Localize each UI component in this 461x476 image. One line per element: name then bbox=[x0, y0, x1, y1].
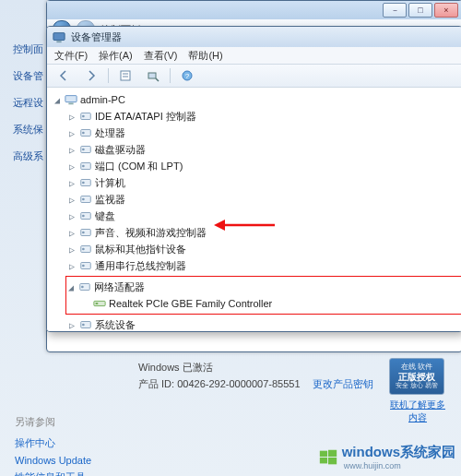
tree-leaf[interactable]: Realtek PCIe GBE Family Controller bbox=[81, 295, 461, 312]
menu-file[interactable]: 文件(F) bbox=[54, 49, 88, 63]
device-manager-window: 设备管理器 文件(F) 操作(A) 查看(V) 帮助(H) ? ◢ admin-… bbox=[46, 26, 461, 332]
tree-node[interactable]: ◢网络适配器 bbox=[66, 279, 461, 295]
svg-rect-43 bbox=[328, 458, 337, 464]
tree-leaf-label: Realtek PCIe GBE Family Controller bbox=[109, 298, 272, 309]
device-category-icon bbox=[79, 209, 92, 222]
window-controls: － □ × bbox=[47, 1, 461, 19]
svg-rect-40 bbox=[319, 450, 326, 456]
activation-info: Windows 已激活 产品 ID: 00426-292-0000007-855… bbox=[138, 360, 373, 392]
svg-point-27 bbox=[82, 248, 85, 251]
svg-rect-1 bbox=[56, 41, 61, 42]
tree-node-label: 鼠标和其他指针设备 bbox=[95, 243, 186, 256]
device-category-icon bbox=[79, 143, 92, 156]
svg-point-17 bbox=[82, 165, 85, 168]
scan-hardware-icon[interactable] bbox=[142, 66, 164, 85]
watermark: windows系统家园 www.huijin.com bbox=[318, 444, 455, 470]
tree-node[interactable]: ▷监视器 bbox=[67, 191, 461, 208]
forward-arrow-icon[interactable] bbox=[80, 66, 102, 85]
collapse-icon[interactable]: ◢ bbox=[53, 95, 62, 105]
svg-rect-41 bbox=[328, 449, 337, 456]
expand-icon[interactable]: ▷ bbox=[67, 320, 77, 330]
menu-help[interactable]: 帮助(H) bbox=[188, 49, 222, 63]
expand-icon[interactable]: ▷ bbox=[67, 244, 77, 255]
device-category-icon bbox=[78, 280, 91, 293]
svg-point-31 bbox=[81, 286, 84, 289]
link-action-center[interactable]: 操作中心 bbox=[15, 436, 91, 450]
title-bar[interactable]: 设备管理器 bbox=[47, 27, 461, 47]
minimize-button[interactable]: － bbox=[383, 3, 407, 18]
device-category-icon bbox=[79, 110, 92, 123]
tree-root-label: admin-PC bbox=[80, 94, 125, 105]
tree-node[interactable]: ▷声音、视频和游戏控制器 bbox=[67, 224, 461, 241]
tree-node-label: IDE ATA/ATAPI 控制器 bbox=[95, 110, 196, 124]
tree-node[interactable]: ▷通用串行总线控制器 bbox=[67, 257, 461, 274]
tree-node[interactable]: ▷键盘 bbox=[67, 208, 461, 224]
toolbar: ? bbox=[47, 65, 461, 88]
learn-more-link[interactable]: 联机了解更多内容 bbox=[389, 399, 446, 424]
tree-node-label: 处理器 bbox=[95, 126, 125, 140]
device-category-icon bbox=[79, 226, 92, 239]
tree-node[interactable]: ▷鼠标和其他指针设备 bbox=[67, 241, 461, 257]
svg-rect-5 bbox=[148, 73, 156, 78]
tree-node-label: 键盘 bbox=[95, 209, 115, 223]
svg-point-15 bbox=[82, 149, 85, 151]
tree-node-label: 计算机 bbox=[95, 176, 125, 190]
tree-node[interactable]: ▷端口 (COM 和 LPT) bbox=[67, 158, 461, 174]
properties-icon[interactable] bbox=[114, 66, 136, 85]
tree-node-label: 端口 (COM 和 LPT) bbox=[95, 160, 183, 173]
close-button[interactable]: × bbox=[434, 3, 458, 18]
svg-rect-0 bbox=[53, 33, 65, 41]
tree-node[interactable]: ▷磁盘驱动器 bbox=[67, 141, 461, 158]
tree-node-label: 声音、视频和游戏控制器 bbox=[95, 226, 207, 240]
separator bbox=[108, 68, 109, 83]
svg-rect-33 bbox=[96, 303, 99, 304]
link-windows-update[interactable]: Windows Update bbox=[15, 455, 91, 466]
expand-icon[interactable]: ▷ bbox=[67, 178, 77, 188]
tree-node[interactable]: ▷处理器 bbox=[67, 125, 461, 141]
change-product-key-link[interactable]: 更改产品密钥 bbox=[313, 378, 373, 389]
device-category-icon bbox=[79, 243, 92, 256]
highlight-annotation: ◢网络适配器Realtek PCIe GBE Family Controller bbox=[65, 276, 461, 315]
expand-icon[interactable]: ▷ bbox=[67, 211, 77, 221]
svg-point-13 bbox=[82, 132, 85, 135]
device-category-icon bbox=[79, 126, 92, 139]
expand-icon[interactable]: ▷ bbox=[67, 145, 77, 155]
svg-rect-8 bbox=[65, 96, 77, 102]
expand-icon[interactable]: ◢ bbox=[66, 282, 76, 292]
device-category-icon bbox=[79, 176, 92, 189]
help-icon[interactable]: ? bbox=[176, 66, 198, 85]
window-title: 设备管理器 bbox=[71, 30, 456, 44]
watermark-text: windows bbox=[342, 444, 400, 459]
see-also-header: 另请参阅 bbox=[15, 415, 91, 429]
genuine-badge[interactable]: 在线 软件 正版授权 安全 放心 易管 联机了解更多内容 bbox=[389, 358, 446, 424]
expand-icon[interactable]: ▷ bbox=[67, 261, 77, 271]
device-manager-icon bbox=[53, 30, 65, 43]
expand-icon[interactable]: ▷ bbox=[67, 161, 77, 172]
expand-icon[interactable]: ▷ bbox=[67, 112, 77, 122]
network-adapter-icon bbox=[93, 297, 106, 310]
maximize-button[interactable]: □ bbox=[408, 3, 432, 18]
svg-point-23 bbox=[82, 215, 85, 218]
back-arrow-icon[interactable] bbox=[53, 66, 75, 85]
tree-node-label: 系统设备 bbox=[95, 318, 136, 332]
svg-point-21 bbox=[82, 198, 85, 201]
tree-node[interactable]: ▷系统设备 bbox=[67, 316, 461, 331]
separator bbox=[170, 68, 171, 83]
tree-root[interactable]: ◢ admin-PC bbox=[53, 91, 461, 108]
menu-view[interactable]: 查看(V) bbox=[144, 49, 178, 63]
device-tree[interactable]: ◢ admin-PC ▷IDE ATA/ATAPI 控制器▷处理器▷磁盘驱动器▷… bbox=[47, 88, 461, 331]
activation-status: Windows 已激活 bbox=[138, 360, 373, 376]
expand-icon[interactable]: ▷ bbox=[67, 128, 77, 138]
badge-line: 正版授权 bbox=[398, 372, 435, 382]
tree-node[interactable]: ▷IDE ATA/ATAPI 控制器 bbox=[67, 108, 461, 125]
device-category-icon bbox=[79, 193, 92, 206]
menu-bar: 文件(F) 操作(A) 查看(V) 帮助(H) bbox=[47, 47, 461, 65]
expand-icon[interactable]: ▷ bbox=[67, 195, 77, 205]
tree-node[interactable]: ▷计算机 bbox=[67, 174, 461, 191]
svg-rect-9 bbox=[68, 103, 73, 105]
expand-icon[interactable]: ▷ bbox=[67, 228, 77, 238]
watermark-domain: www.huijin.com bbox=[344, 461, 455, 470]
tree-node-label: 网络适配器 bbox=[94, 280, 145, 294]
menu-action[interactable]: 操作(A) bbox=[99, 49, 133, 63]
link-performance-info[interactable]: 性能信息和工具 bbox=[15, 470, 91, 476]
